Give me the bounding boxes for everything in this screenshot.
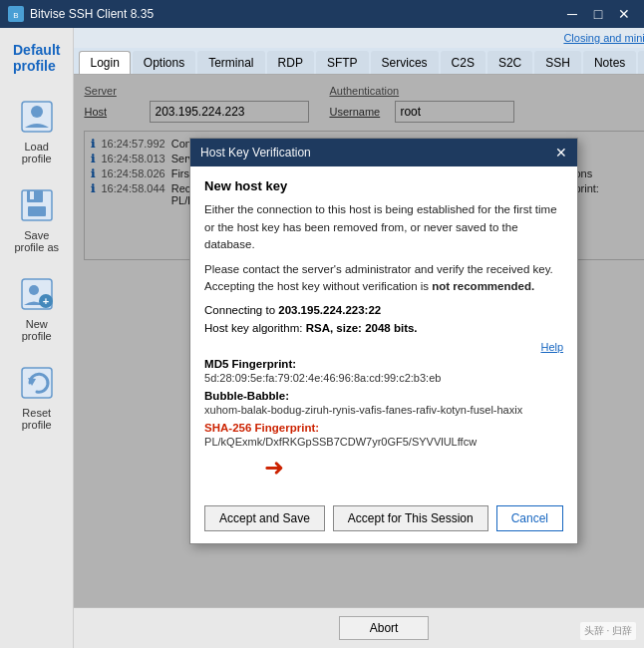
sidebar-item-load-profile[interactable]: Load profile [5, 89, 68, 172]
tab-rdp[interactable]: RDP [267, 51, 314, 74]
app-icon: B [8, 6, 24, 22]
tab-ssh[interactable]: SSH [534, 51, 581, 74]
sha-section: SHA-256 Fingerprint: PL/kQExmk/DxfRKGpSS… [204, 422, 563, 448]
accept-session-button[interactable]: Accept for This Session [333, 505, 488, 531]
content-area: Closing and minimization Login Options T… [74, 28, 644, 648]
sidebar: Default profile Load profile S [0, 28, 74, 648]
sidebar-item-new-profile[interactable]: + New profile [5, 266, 68, 350]
dialog-buttons: Accept and Save Accept for This Session … [190, 499, 577, 543]
closing-minimization-link[interactable]: Closing and minimization [563, 32, 644, 44]
accept-save-button[interactable]: Accept and Save [204, 505, 325, 531]
svg-rect-6 [28, 206, 46, 216]
minimize-button[interactable]: ─ [560, 4, 584, 24]
sidebar-item-reset-profile-label: Reset profile [10, 407, 63, 431]
bottom-bar: Abort [74, 607, 644, 648]
window-controls: ─ □ ✕ [560, 4, 636, 24]
md5-section: MD5 Fingerprint: 5d:28:09:5e:fa:79:02:4e… [204, 358, 563, 384]
sha-value: PL/kQExmk/DxfRKGpSSB7CDW7yr0GF5/SYVVlULf… [204, 436, 563, 448]
dialog-text-2: Please contact the server's administrato… [204, 261, 563, 296]
dialog-algo: Host key algorithm: RSA, size: 2048 bits… [204, 322, 563, 334]
sidebar-item-save-profile[interactable]: Save profile as [5, 177, 68, 261]
dialog-help-link[interactable]: Help [540, 341, 563, 353]
bubble-value: xuhom-balak-bodug-ziruh-rynis-vafis-fane… [204, 404, 563, 416]
tab-content-login: Server Host Authentication Username [74, 75, 644, 607]
tab-login[interactable]: Login [79, 51, 130, 74]
sidebar-item-new-profile-label: New profile [10, 318, 63, 342]
dialog-title: Host Key Verification [200, 146, 311, 160]
app-title: Bitvise SSH Client 8.35 [30, 7, 560, 21]
dialog-text-2-strong: not recommended. [432, 280, 534, 292]
sidebar-item-load-profile-label: Load profile [10, 141, 63, 164]
save-profile-icon [17, 185, 57, 225]
tab-notes[interactable]: Notes [583, 51, 636, 74]
load-profile-icon [17, 97, 57, 137]
modal-overlay: Host Key Verification ✕ New host key Eit… [74, 75, 644, 607]
tabs-bar: Login Options Terminal RDP SFTP Services… [74, 48, 644, 75]
tab-sftp[interactable]: SFTP [316, 51, 369, 74]
svg-rect-7 [30, 191, 34, 199]
dialog-heading: New host key [204, 178, 563, 193]
dialog-body: New host key Either the connection to th… [190, 166, 577, 498]
tab-services[interactable]: Services [371, 51, 439, 74]
tab-terminal[interactable]: Terminal [197, 51, 264, 74]
sidebar-item-reset-profile[interactable]: Reset profile [5, 355, 68, 439]
svg-point-9 [29, 285, 39, 295]
dialog-connecting: Connecting to 203.195.224.223:22 [204, 304, 563, 316]
svg-text:B: B [13, 11, 18, 20]
new-profile-icon: + [17, 274, 57, 314]
tab-s2c[interactable]: S2C [487, 51, 532, 74]
abort-button[interactable]: Abort [339, 616, 430, 640]
titlebar: B Bitvise SSH Client 8.35 ─ □ ✕ [0, 0, 644, 28]
host-key-dialog: Host Key Verification ✕ New host key Eit… [189, 138, 578, 543]
tab-options[interactable]: Options [133, 51, 195, 74]
bubble-section: Bubble-Babble: xuhom-balak-bodug-ziruh-r… [204, 390, 563, 416]
dialog-text-1: Either the connection to this host is be… [204, 201, 563, 253]
md5-value: 5d:28:09:5e:fa:79:02:4e:46:96:8a:cd:99:c… [204, 372, 563, 384]
cancel-button[interactable]: Cancel [496, 505, 563, 531]
tab-c2s[interactable]: C2S [441, 51, 485, 74]
top-bar: Closing and minimization [74, 28, 644, 48]
svg-point-3 [31, 106, 43, 118]
sha-label: SHA-256 Fingerprint: [204, 422, 563, 434]
svg-rect-5 [27, 190, 43, 202]
md5-label: MD5 Fingerprint: [204, 358, 563, 370]
tab-about[interactable]: About [638, 51, 644, 74]
profile-title: Default profile [5, 38, 68, 84]
svg-text:+: + [43, 295, 49, 307]
arrow-indicator: ➜ [264, 454, 563, 482]
dialog-titlebar: Host Key Verification ✕ [190, 139, 577, 166]
close-button[interactable]: ✕ [612, 4, 636, 24]
bubble-label: Bubble-Babble: [204, 390, 563, 402]
dialog-algo-value: RSA, size: 2048 bits. [306, 322, 418, 334]
dialog-close-button[interactable]: ✕ [555, 145, 567, 161]
maximize-button[interactable]: □ [586, 4, 610, 24]
sidebar-item-save-profile-label: Save profile as [10, 229, 63, 253]
watermark: 头辞 · 归辞 [580, 622, 636, 640]
dialog-connecting-value: 203.195.224.223:22 [278, 304, 381, 316]
reset-profile-icon [17, 363, 57, 403]
